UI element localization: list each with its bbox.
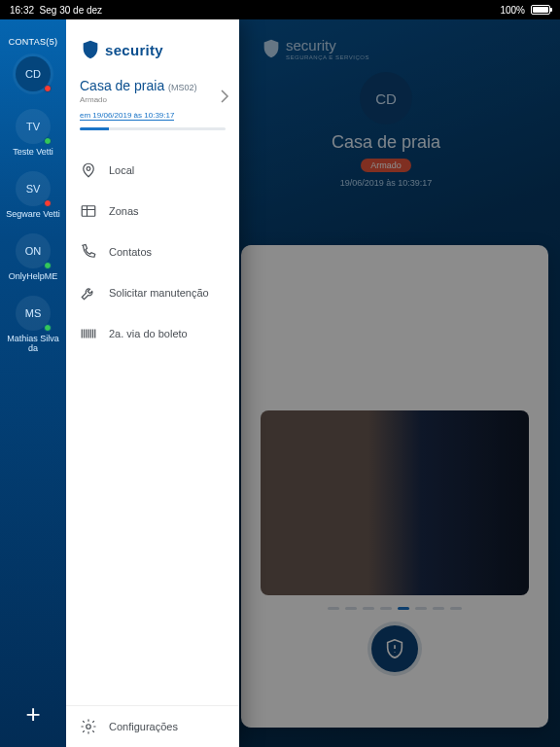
menu-label: Zonas: [109, 205, 139, 217]
status-dot-icon: [44, 85, 52, 92]
zones-icon: [80, 202, 97, 220]
account-drawer: security Casa de praia (MS02) Armado em …: [66, 19, 239, 747]
menu-contatos[interactable]: Contatos: [66, 231, 239, 272]
menu-zonas[interactable]: Zonas: [66, 191, 239, 231]
accounts-label: CONTAS(5): [9, 37, 58, 47]
drawer-title: Casa de praia: [80, 78, 164, 93]
account-name: OnlyHelpME: [9, 272, 58, 282]
drawer-menu: Local Zonas Contatos Solicitar manutençã…: [66, 150, 239, 354]
drawer-logo: security: [66, 19, 239, 78]
wrench-icon: [80, 284, 97, 302]
drawer-code: (MS02): [168, 83, 197, 92]
menu-boleto[interactable]: 2a. via do boleto: [66, 313, 239, 354]
status-time: 16:32: [10, 5, 34, 16]
battery-icon: [531, 5, 550, 15]
chevron-right-icon: [220, 89, 229, 107]
avatar: TV: [16, 109, 51, 144]
account-item-4[interactable]: MS Mathias Silva da: [0, 296, 66, 354]
status-dot-icon: [44, 324, 52, 332]
svg-point-0: [87, 167, 90, 171]
logo-text: security: [105, 42, 163, 58]
account-name: Teste Vetti: [13, 148, 53, 158]
menu-settings[interactable]: Configurações: [66, 706, 239, 747]
status-dot-icon: [44, 137, 52, 145]
menu-manutencao[interactable]: Solicitar manutenção: [66, 272, 239, 313]
account-item-1[interactable]: TV Teste Vetti: [0, 109, 66, 158]
account-name: Segware Vetti: [6, 210, 60, 220]
progress-bar: [80, 127, 226, 130]
svg-rect-1: [82, 206, 95, 217]
add-account-button[interactable]: +: [12, 693, 54, 735]
menu-label: Local: [109, 164, 134, 176]
menu-local[interactable]: Local: [66, 150, 239, 191]
status-date: Seg 30 de dez: [40, 5, 103, 16]
phone-icon: [80, 243, 97, 261]
location-icon: [80, 161, 97, 179]
menu-label: 2a. via do boleto: [109, 328, 188, 339]
gear-icon: [80, 718, 97, 735]
menu-label: Contatos: [109, 246, 152, 258]
accounts-rail: CONTAS(5) CD TV Teste Vetti SV Segware V…: [0, 19, 66, 747]
status-dot-icon: [44, 199, 52, 207]
account-name: Mathias Silva da: [4, 335, 62, 354]
menu-label: Configurações: [109, 721, 178, 732]
drawer-status: Armado: [80, 95, 226, 104]
status-dot-icon: [44, 262, 52, 269]
shield-logo-icon: [80, 39, 101, 60]
avatar: CD: [16, 56, 51, 91]
status-bar: 16:32 Seg 30 de dez 100%: [0, 0, 560, 19]
avatar: MS: [16, 296, 51, 331]
barcode-icon: [80, 325, 97, 342]
svg-point-2: [87, 725, 91, 729]
avatar: SV: [16, 171, 51, 206]
account-item-3[interactable]: ON OnlyHelpME: [0, 233, 66, 282]
account-item-2[interactable]: SV Segware Vetti: [0, 171, 66, 220]
account-item-0[interactable]: CD: [0, 56, 66, 95]
drawer-timestamp: em 19/06/2019 às 10:39:17: [80, 111, 174, 121]
menu-label: Solicitar manutenção: [109, 287, 209, 299]
account-header[interactable]: Casa de praia (MS02) Armado em 19/06/201…: [66, 78, 239, 136]
wifi-icon: [482, 4, 494, 16]
battery-pct: 100%: [500, 5, 525, 16]
avatar: ON: [16, 233, 51, 268]
